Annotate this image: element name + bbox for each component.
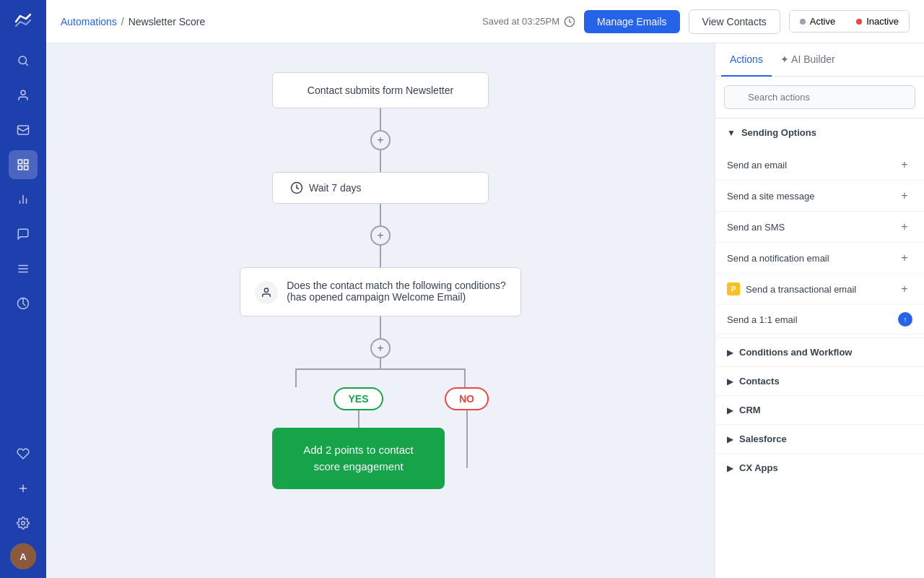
section-salesforce[interactable]: ▶ Salesforce bbox=[715, 424, 924, 453]
action-label-sms: Send an SMS bbox=[727, 222, 785, 233]
svg-point-17 bbox=[22, 522, 25, 525]
app-logo[interactable] bbox=[10, 9, 36, 35]
chevron-salesforce: ▶ bbox=[727, 434, 733, 444]
add-transactional[interactable]: + bbox=[897, 281, 912, 297]
section-crm[interactable]: ▶ CRM bbox=[715, 395, 924, 424]
section-title-conditions: Conditions and Workflow bbox=[739, 347, 912, 358]
right-panel: Actions ✦ AI Builder ▼ Sending Options bbox=[715, 43, 924, 578]
upgrade-badge[interactable]: ↑ bbox=[898, 312, 912, 327]
wait-label: Wait 7 days bbox=[309, 182, 362, 194]
condition-text: Does the contact match the following con… bbox=[287, 280, 506, 303]
action-label-send-email: Send an email bbox=[727, 160, 787, 171]
svg-point-2 bbox=[21, 90, 25, 95]
sidebar-icon-conversations[interactable] bbox=[9, 220, 38, 249]
panel-content: ▼ Sending Options Send an email + Send bbox=[715, 118, 924, 578]
status-active-button[interactable]: Active bbox=[790, 11, 845, 32]
action-label-transactional: Send a transactional email bbox=[746, 284, 856, 295]
breadcrumb-automations[interactable]: Automations bbox=[61, 16, 117, 27]
svg-line-1 bbox=[25, 63, 27, 65]
svg-rect-3 bbox=[18, 126, 29, 134]
action-item-sms[interactable]: Send an SMS + bbox=[715, 212, 924, 243]
sidebar-icon-analytics[interactable] bbox=[9, 289, 38, 318]
action-item-transactional[interactable]: P Send a transactional email + bbox=[715, 274, 924, 305]
action-label-site-msg: Send a site message bbox=[727, 191, 814, 202]
sidebar-icon-favorites[interactable] bbox=[9, 439, 38, 468]
svg-point-0 bbox=[19, 56, 27, 64]
sidebar-icon-forms[interactable] bbox=[9, 254, 38, 283]
flow-container: Contact submits form Newsletter + Wait 7… bbox=[61, 72, 700, 489]
add-button-1[interactable]: + bbox=[370, 130, 391, 150]
search-input[interactable] bbox=[724, 85, 915, 109]
section-body-sending: Send an email + Send a site message + bbox=[715, 147, 924, 337]
section-conditions-workflow[interactable]: ▶ Conditions and Workflow bbox=[715, 337, 924, 366]
wait-node[interactable]: Wait 7 days bbox=[272, 172, 489, 204]
view-contacts-button[interactable]: View Contacts bbox=[689, 9, 780, 34]
no-badge: NO bbox=[445, 387, 489, 410]
topbar: Automations / Newsletter Score Saved at … bbox=[46, 0, 924, 43]
sidebar-icon-email[interactable] bbox=[9, 116, 38, 144]
section-sending-options[interactable]: ▼ Sending Options bbox=[715, 118, 924, 147]
svg-rect-5 bbox=[25, 160, 28, 163]
sidebar-icon-reports[interactable] bbox=[9, 185, 38, 214]
add-notification[interactable]: + bbox=[897, 250, 912, 266]
connector-5 bbox=[380, 316, 381, 338]
status-inactive-button[interactable]: Inactive bbox=[846, 11, 909, 32]
sidebar-icon-search[interactable] bbox=[9, 46, 38, 75]
trigger-node[interactable]: Contact submits form Newsletter bbox=[272, 72, 489, 108]
section-title-salesforce: Salesforce bbox=[739, 434, 912, 444]
history-icon bbox=[564, 16, 575, 27]
action-item-notification[interactable]: Send a notification email + bbox=[715, 243, 924, 274]
add-send-email[interactable]: + bbox=[897, 157, 912, 173]
section-title-cx-apps: CX Apps bbox=[739, 462, 912, 473]
status-toggle: Active Inactive bbox=[789, 10, 910, 33]
user-avatar[interactable]: A bbox=[10, 543, 36, 569]
panel-tabs: Actions ✦ AI Builder bbox=[715, 43, 924, 77]
breadcrumb-current: Newsletter Score bbox=[128, 16, 206, 27]
action-item-1to1[interactable]: Send a 1:1 email ↑ bbox=[715, 305, 924, 335]
sidebar-icon-add-apps[interactable] bbox=[9, 474, 38, 503]
section-cx-apps[interactable]: ▶ CX Apps bbox=[715, 453, 924, 482]
chevron-conditions: ▶ bbox=[727, 348, 733, 358]
tab-ai-builder[interactable]: ✦ AI Builder bbox=[772, 43, 844, 77]
section-title-contacts: Contacts bbox=[739, 376, 912, 387]
action-label-notification: Send a notification email bbox=[727, 253, 829, 264]
yes-connector bbox=[358, 410, 359, 428]
yes-badge: YES bbox=[334, 387, 383, 410]
add-button-2[interactable]: + bbox=[370, 225, 391, 246]
active-label: Active bbox=[810, 16, 835, 27]
sidebar-icon-contacts[interactable] bbox=[9, 81, 38, 110]
clock-icon bbox=[290, 181, 303, 194]
saved-text: Saved at 03:25PM bbox=[482, 16, 559, 27]
connector-4 bbox=[380, 246, 381, 267]
action-item-site-msg[interactable]: Send a site message + bbox=[715, 181, 924, 212]
branch-section: YES Add 2 points to contact score engage… bbox=[61, 358, 700, 489]
search-box bbox=[715, 77, 924, 118]
connector-1 bbox=[380, 108, 381, 130]
add-site-msg[interactable]: + bbox=[897, 188, 912, 204]
add-sms[interactable]: + bbox=[897, 219, 912, 235]
svg-rect-6 bbox=[18, 166, 22, 170]
condition-node[interactable]: Does the contact match the following con… bbox=[240, 267, 521, 316]
add-button-3[interactable]: + bbox=[370, 338, 391, 358]
section-contacts[interactable]: ▶ Contacts bbox=[715, 366, 924, 395]
chevron-crm: ▶ bbox=[727, 405, 733, 415]
action-label-1to1: Send a 1:1 email bbox=[727, 314, 798, 325]
sidebar-icon-automations[interactable] bbox=[9, 150, 38, 179]
action-item-send-email[interactable]: Send an email + bbox=[715, 150, 924, 181]
condition-icon bbox=[255, 281, 278, 304]
active-dot bbox=[800, 19, 806, 25]
saved-info: Saved at 03:25PM bbox=[482, 16, 575, 27]
connector-2 bbox=[380, 150, 381, 172]
svg-rect-4 bbox=[18, 160, 22, 163]
sidebar-icon-settings[interactable] bbox=[9, 509, 38, 538]
svg-rect-7 bbox=[25, 166, 28, 170]
section-title-crm: CRM bbox=[739, 405, 912, 415]
search-wrapper bbox=[724, 85, 915, 109]
manage-emails-button[interactable]: Manage Emails bbox=[584, 10, 680, 33]
breadcrumb: Automations / Newsletter Score bbox=[61, 16, 205, 27]
tab-actions[interactable]: Actions bbox=[721, 43, 772, 77]
action-node[interactable]: Add 2 points to contact score engagement bbox=[272, 428, 445, 489]
sidebar: A bbox=[0, 0, 46, 578]
no-branch-line bbox=[466, 410, 468, 468]
automation-canvas: Contact submits form Newsletter + Wait 7… bbox=[46, 43, 715, 578]
